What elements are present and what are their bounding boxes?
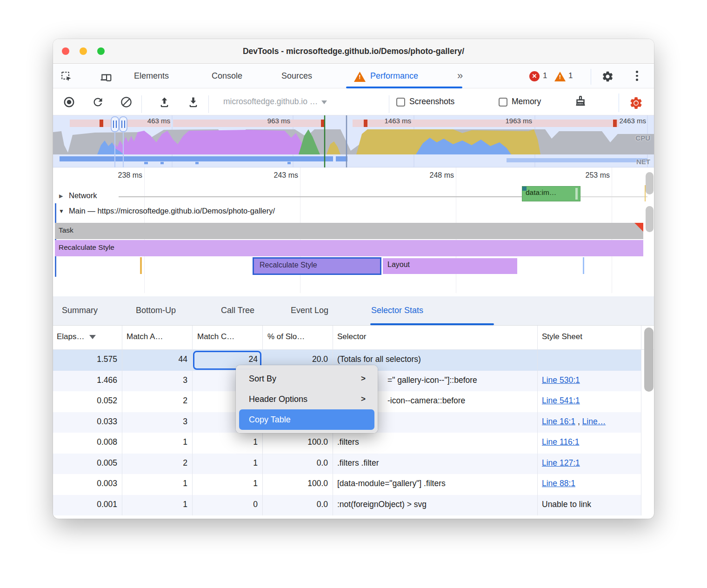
- header-elapsed[interactable]: Elaps…: [57, 332, 96, 341]
- title-bar: DevTools - microsoftedge.github.io/Demos…: [53, 39, 654, 64]
- active-detail-tab-underline: [370, 323, 494, 325]
- timeline-overview[interactable]: 463 ms 963 ms 1463 ms 1963 ms 2463 ms CP…: [53, 115, 654, 167]
- menu-item-header-options[interactable]: Header Options >: [236, 389, 378, 409]
- ruler-tick-248: 248 ms: [412, 171, 454, 180]
- cell-selector: .filters .filter: [337, 458, 534, 468]
- header-selector[interactable]: Selector: [337, 332, 366, 341]
- screenshots-checkbox[interactable]: [396, 98, 405, 107]
- stylesheet-link[interactable]: Line 88:1: [542, 479, 575, 488]
- inspect-element-icon[interactable]: [60, 71, 73, 83]
- flame-scrollbar-thumb[interactable]: [646, 172, 654, 194]
- stylesheet-link[interactable]: Line 116:1: [542, 437, 579, 447]
- cpu-track-label: CPU: [635, 134, 650, 142]
- cell-pct: 100.0: [262, 437, 328, 447]
- ruler-tick-238: 238 ms: [100, 171, 142, 180]
- link-separator: ,: [575, 417, 582, 426]
- cell-count: 1: [192, 479, 258, 488]
- header-pct-slow[interactable]: % of Slo…: [267, 332, 305, 341]
- devtools-window: DevTools - microsoftedge.github.io/Demos…: [53, 39, 654, 519]
- tab-bottom-up[interactable]: Bottom-Up: [136, 296, 176, 326]
- clear-recording-icon[interactable]: [120, 96, 133, 108]
- load-profile-icon[interactable]: [158, 96, 171, 108]
- menu-item-copy-table[interactable]: Copy Table: [239, 409, 374, 430]
- cell-unable-to-link: Unable to link: [542, 500, 640, 509]
- cell-pct: 20.0: [262, 354, 328, 364]
- event-tick-yellow[interactable]: [140, 257, 142, 274]
- tab-call-tree[interactable]: Call Tree: [221, 296, 254, 326]
- stylesheet-link[interactable]: Line 530:1: [542, 375, 580, 385]
- context-menu: Sort By > Header Options > Copy Table: [236, 365, 378, 433]
- save-profile-icon[interactable]: [187, 96, 200, 108]
- network-track-label[interactable]: Network: [69, 191, 97, 200]
- table-row[interactable]: 0.008 1 1 100.0 .filters Line 116:1: [53, 433, 641, 454]
- warning-count-icon[interactable]: [554, 72, 566, 81]
- tab-selector-stats[interactable]: Selector Stats: [371, 296, 423, 326]
- settings-gear-icon[interactable]: [601, 70, 614, 83]
- column-divider[interactable]: [537, 326, 538, 515]
- cell-attempts: 44: [122, 354, 187, 364]
- net-track-label: NET: [636, 158, 650, 166]
- capture-settings-gear-icon[interactable]: [629, 96, 643, 110]
- main-disclosure-icon[interactable]: ▼: [59, 208, 64, 214]
- memory-checkbox[interactable]: [499, 98, 507, 107]
- overview-tick-2463: 2463 ms: [604, 117, 646, 125]
- cell-count: 0: [192, 500, 258, 509]
- network-request-label: data:im…: [526, 188, 556, 197]
- column-divider: [641, 326, 641, 515]
- record-icon[interactable]: [63, 96, 75, 108]
- network-disclosure-icon[interactable]: ▶: [59, 193, 63, 199]
- error-count-icon[interactable]: ✕: [529, 71, 540, 81]
- tab-event-log[interactable]: Event Log: [291, 296, 328, 326]
- more-options-kebab-icon[interactable]: [636, 71, 638, 81]
- recalculate-style-bar[interactable]: Recalculate Style: [55, 240, 643, 256]
- tab-sources[interactable]: Sources: [281, 64, 312, 88]
- collect-garbage-icon[interactable]: [574, 95, 587, 109]
- column-divider[interactable]: [122, 326, 122, 515]
- cell-elapsed: 0.033: [55, 417, 117, 427]
- layout-event-bar[interactable]: Layout: [383, 258, 517, 274]
- stylesheet-link[interactable]: Line 16:1: [542, 417, 575, 426]
- table-row[interactable]: 0.005 2 1 0.0 .filters .filter Line 127:…: [53, 454, 641, 474]
- main-track-label[interactable]: Main — https://microsoftedge.github.io/D…: [69, 207, 275, 215]
- header-match-attempts[interactable]: Match A…: [127, 332, 163, 341]
- header-match-count[interactable]: Match C…: [197, 332, 234, 341]
- error-count[interactable]: 1: [543, 71, 547, 80]
- cell-elapsed: 1.466: [55, 375, 117, 385]
- event-tick-blue[interactable]: [583, 257, 584, 274]
- cell-elapsed: 0.005: [55, 458, 117, 468]
- table-row[interactable]: 0.001 1 0 0.0 :not(foreignObject) > svg …: [53, 495, 641, 516]
- tab-elements[interactable]: Elements: [134, 64, 169, 88]
- cell-pct: 100.0: [262, 479, 328, 488]
- warning-count[interactable]: 1: [568, 71, 573, 80]
- screenshots-label[interactable]: Screenshots: [409, 97, 454, 107]
- flame-chart[interactable]: 238 ms 243 ms 248 ms 253 ms ▶ Network da…: [53, 167, 654, 296]
- device-toolbar-icon[interactable]: [100, 71, 113, 83]
- profile-select[interactable]: microsoftedge.github.io …: [223, 97, 327, 107]
- divider: [619, 94, 619, 112]
- stylesheet-link-truncated[interactable]: Line…: [582, 417, 606, 426]
- memory-label[interactable]: Memory: [512, 97, 541, 107]
- stylesheet-link[interactable]: Line 127:1: [542, 458, 580, 468]
- network-request-bar[interactable]: data:im…: [522, 186, 580, 201]
- more-tabs-chevron-icon[interactable]: »: [457, 64, 461, 88]
- selected-event-label: Recalculate Style: [260, 261, 317, 269]
- stylesheet-link[interactable]: Line 541:1: [542, 396, 580, 405]
- overview-tick-963: 963 ms: [253, 117, 290, 125]
- recalculate-style-label: Recalculate Style: [59, 243, 114, 252]
- table-row[interactable]: 0.003 1 1 100.0 [data-module="gallery"] …: [53, 474, 641, 495]
- table-scrollbar-thumb[interactable]: [644, 327, 654, 392]
- menu-item-sort-by[interactable]: Sort By >: [236, 368, 378, 389]
- cell-attempts: 2: [122, 396, 187, 406]
- ruler-tick-253: 253 ms: [568, 171, 610, 180]
- tab-summary[interactable]: Summary: [62, 296, 98, 326]
- column-divider[interactable]: [192, 326, 193, 515]
- tab-performance[interactable]: Performance: [370, 64, 418, 88]
- reload-and-record-icon[interactable]: [92, 96, 104, 108]
- task-event-bar[interactable]: Task: [55, 223, 643, 239]
- flame-scrollbar-thumb[interactable]: [646, 206, 654, 232]
- long-task-corner-icon: [634, 223, 643, 232]
- tab-console[interactable]: Console: [212, 64, 242, 88]
- header-style-sheet[interactable]: Style Sheet: [542, 332, 582, 341]
- selected-recalculate-style-event[interactable]: Recalculate Style: [253, 257, 381, 275]
- network-track-line: [119, 196, 522, 197]
